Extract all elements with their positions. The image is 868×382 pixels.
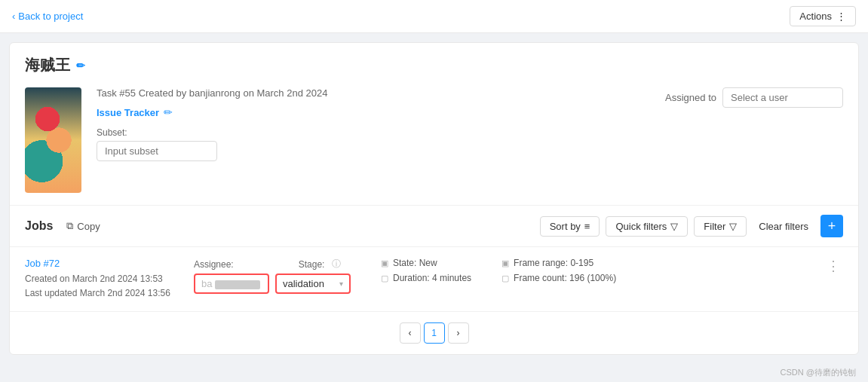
- copy-icon: ⧉: [66, 220, 73, 232]
- job-stats: ▣ State: New ▢ Duration: 4 minutes ▣ Fra…: [381, 258, 616, 283]
- subset-label: Subset:: [97, 127, 650, 138]
- main-content: 海贼王 ✏ Task #55 Created by banjianrong on…: [9, 42, 859, 355]
- job-created: Created on March 2nd 2024 13:53: [25, 272, 176, 286]
- filter-icon: ▽: [729, 221, 737, 232]
- quick-filters-icon: ▽: [670, 221, 678, 232]
- copy-label: Copy: [77, 221, 100, 232]
- back-to-project-link[interactable]: ‹ Back to project: [12, 11, 83, 22]
- copy-button[interactable]: ⧉ Copy: [62, 219, 104, 234]
- filter-label: Filter: [704, 221, 725, 232]
- frame-range-row: ▣ Frame range: 0-195: [501, 258, 616, 268]
- frame-count-label: Frame count: 196 (100%): [514, 273, 616, 283]
- top-bar: ‹ Back to project Actions ⋮: [0, 0, 868, 33]
- assignee-label: Assignee:: [194, 259, 234, 270]
- clear-filters-button[interactable]: Clear filters: [753, 217, 814, 236]
- assignee-value: ba: [201, 278, 212, 289]
- assigned-section: Assigned to: [665, 87, 843, 108]
- task-title-text: 海贼王: [25, 55, 70, 75]
- job-link[interactable]: Job #72: [25, 258, 60, 269]
- table-row: Job #72 Created on March 2nd 2024 13:53 …: [10, 247, 858, 312]
- job-updated: Last updated March 2nd 2024 13:56: [25, 286, 176, 301]
- pagination: ‹ 1 ›: [10, 312, 858, 354]
- job-more-button[interactable]: ⋮: [824, 258, 843, 274]
- jobs-filters: Sort by ≡ Quick filters ▽ Filter ▽ Clear…: [540, 215, 843, 237]
- task-title-row: 海贼王 ✏: [25, 55, 843, 75]
- actions-label: Actions: [799, 11, 832, 22]
- duration-row: ▢ Duration: 4 minutes: [381, 273, 471, 283]
- frame-range-label: Frame range: 0-195: [514, 258, 593, 268]
- assignee-field-group: Assignee: Stage: ⓘ ba validation ▾: [194, 258, 351, 294]
- stage-select[interactable]: validation ▾: [275, 274, 351, 294]
- stat-col-left: ▣ State: New ▢ Duration: 4 minutes: [381, 258, 471, 283]
- pagination-prev[interactable]: ‹: [400, 322, 421, 344]
- actions-button[interactable]: Actions ⋮: [790, 6, 856, 26]
- sort-by-button[interactable]: Sort by ≡: [540, 216, 600, 237]
- more-icon: ⋮: [836, 11, 846, 22]
- filter-button[interactable]: Filter ▽: [694, 216, 747, 237]
- quick-filters-button[interactable]: Quick filters ▽: [606, 216, 688, 237]
- job-info: Job #72 Created on March 2nd 2024 13:53 …: [25, 258, 176, 301]
- task-title-edit-icon[interactable]: ✏: [76, 60, 85, 72]
- duration-icon: ▢: [381, 274, 388, 283]
- pagination-page-1[interactable]: 1: [424, 322, 445, 344]
- select-user-input[interactable]: [722, 87, 843, 108]
- chevron-left-icon: ‹: [12, 11, 15, 22]
- task-image: [25, 87, 81, 193]
- stage-value: validation: [283, 278, 324, 289]
- job-date: Created on March 2nd 2024 13:53 Last upd…: [25, 272, 176, 301]
- back-label: Back to project: [18, 11, 83, 22]
- stage-label: Stage:: [299, 259, 325, 270]
- task-details: Task #55 Created by banjianrong on March…: [97, 87, 650, 161]
- watermark: CSDN @待磨的钝刨: [0, 364, 868, 382]
- sort-label: Sort by: [550, 221, 581, 232]
- duration-label: Duration: 4 minutes: [393, 273, 471, 283]
- subset-section: Subset:: [97, 127, 650, 161]
- jobs-section: Jobs ⧉ Copy Sort by ≡ Quick filters ▽ Fi…: [10, 206, 858, 354]
- task-tracker-row: Issue Tracker ✏: [97, 106, 650, 118]
- state-row: ▣ State: New: [381, 258, 471, 268]
- task-body: Task #55 Created by banjianrong on March…: [25, 87, 843, 193]
- jobs-header: Jobs ⧉ Copy Sort by ≡ Quick filters ▽ Fi…: [10, 206, 858, 247]
- jobs-title: Jobs: [25, 219, 53, 233]
- quick-filters-label: Quick filters: [615, 221, 667, 232]
- assignee-input[interactable]: ba: [194, 274, 269, 294]
- job-fields: Assignee: Stage: ⓘ ba validation ▾: [194, 258, 351, 294]
- state-label: State: New: [393, 258, 437, 268]
- subset-input[interactable]: [97, 141, 217, 161]
- sort-icon: ≡: [584, 221, 590, 232]
- frame-count-icon: ▢: [501, 274, 509, 283]
- stat-col-right: ▣ Frame range: 0-195 ▢ Frame count: 196 …: [501, 258, 616, 283]
- frame-range-icon: ▣: [501, 258, 509, 268]
- tracker-edit-icon[interactable]: ✏: [164, 106, 173, 118]
- frame-count-row: ▢ Frame count: 196 (100%): [501, 273, 616, 283]
- state-icon: ▣: [381, 258, 388, 268]
- pagination-next[interactable]: ›: [448, 322, 469, 344]
- task-header: 海贼王 ✏ Task #55 Created by banjianrong on…: [10, 43, 858, 206]
- chevron-down-icon: ▾: [339, 280, 343, 288]
- tracker-label: Issue Tracker: [97, 107, 159, 118]
- assigned-label: Assigned to: [665, 92, 716, 103]
- stage-hint-icon: ⓘ: [332, 258, 341, 270]
- task-meta: Task #55 Created by banjianrong on March…: [97, 87, 650, 99]
- task-image-inner: [25, 87, 81, 193]
- add-job-button[interactable]: +: [820, 215, 843, 237]
